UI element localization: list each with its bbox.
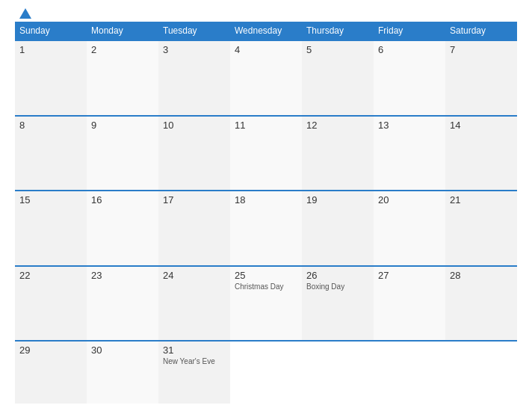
calendar-cell: 9 (87, 116, 158, 191)
day-number: 29 (19, 344, 82, 356)
calendar-cell (230, 341, 302, 404)
calendar-cell (302, 341, 374, 404)
calendar-cell: 12 (302, 116, 374, 191)
calendar-cell: 27 (374, 266, 445, 342)
day-number: 6 (378, 44, 441, 55)
day-number: 5 (306, 44, 369, 55)
calendar-cell: 25Christmas Day (230, 266, 302, 342)
day-number: 16 (91, 194, 154, 206)
logo-triangle-icon (19, 8, 31, 19)
week-row-4: 22232425Christmas Day26Boxing Day2728 (15, 266, 517, 342)
day-number: 8 (19, 120, 82, 131)
week-row-1: 1234567 (15, 40, 517, 116)
day-number: 19 (306, 194, 369, 206)
day-number: 3 (163, 44, 226, 55)
logo (18, 7, 33, 19)
calendar-cell: 4 (230, 40, 302, 116)
calendar-cell: 30 (87, 341, 158, 404)
calendar-cell: 11 (230, 116, 302, 191)
calendar-cell: 18 (230, 191, 302, 266)
calendar-cell: 6 (374, 40, 445, 116)
calendar-cell: 13 (374, 116, 445, 191)
calendar-cell: 23 (87, 266, 158, 342)
day-number: 22 (19, 270, 82, 281)
day-number: 26 (306, 270, 369, 281)
calendar-cell: 10 (158, 116, 230, 191)
col-header-friday: Friday (374, 22, 445, 40)
calendar-cell: 24 (158, 266, 230, 342)
calendar-header (15, 7, 517, 19)
day-number: 13 (378, 120, 441, 131)
day-number: 21 (450, 194, 513, 206)
day-number: 10 (163, 120, 226, 131)
calendar-table: SundayMondayTuesdayWednesdayThursdayFrid… (15, 22, 517, 404)
day-number: 12 (306, 120, 369, 131)
calendar-cell: 14 (445, 116, 517, 191)
calendar-cell: 16 (87, 191, 158, 266)
day-number: 2 (91, 44, 154, 55)
day-number: 4 (235, 44, 297, 55)
calendar-cell: 31New Year's Eve (158, 341, 230, 404)
week-row-2: 891011121314 (15, 116, 517, 191)
calendar-cell (445, 341, 517, 404)
day-number: 7 (450, 44, 513, 55)
calendar-cell: 7 (445, 40, 517, 116)
col-header-thursday: Thursday (302, 22, 374, 40)
calendar-cell: 1 (15, 40, 87, 116)
day-number: 24 (163, 270, 226, 281)
col-header-monday: Monday (87, 22, 158, 40)
week-row-3: 15161718192021 (15, 191, 517, 266)
day-number: 25 (235, 270, 297, 281)
day-number: 9 (91, 120, 154, 131)
week-row-5: 293031New Year's Eve (15, 341, 517, 404)
calendar-cell: 15 (15, 191, 87, 266)
day-number: 28 (450, 270, 513, 281)
calendar-cell: 3 (158, 40, 230, 116)
calendar-cell: 28 (445, 266, 517, 342)
day-number: 11 (235, 120, 297, 131)
col-header-wednesday: Wednesday (230, 22, 302, 40)
calendar-cell: 8 (15, 116, 87, 191)
calendar-cell: 26Boxing Day (302, 266, 374, 342)
calendar-cell: 22 (15, 266, 87, 342)
day-number: 14 (450, 120, 513, 131)
day-number: 27 (378, 270, 441, 281)
day-number: 30 (91, 344, 154, 356)
calendar-cell: 2 (87, 40, 158, 116)
calendar-cell: 29 (15, 341, 87, 404)
calendar-cell: 19 (302, 191, 374, 266)
calendar-cell: 17 (158, 191, 230, 266)
day-number: 15 (19, 194, 82, 206)
calendar-cell: 5 (302, 40, 374, 116)
calendar-cell (374, 341, 445, 404)
col-header-saturday: Saturday (445, 22, 517, 40)
col-header-sunday: Sunday (15, 22, 87, 40)
holiday-label: Boxing Day (306, 282, 369, 291)
day-number: 23 (91, 270, 154, 281)
holiday-label: Christmas Day (235, 282, 297, 291)
col-header-tuesday: Tuesday (158, 22, 230, 40)
day-number: 31 (163, 344, 226, 356)
day-number: 17 (163, 194, 226, 206)
calendar-cell: 21 (445, 191, 517, 266)
holiday-label: New Year's Eve (163, 357, 226, 365)
day-number: 20 (378, 194, 441, 206)
calendar-header-row: SundayMondayTuesdayWednesdayThursdayFrid… (15, 22, 517, 40)
calendar-cell: 20 (374, 191, 445, 266)
day-number: 1 (19, 44, 82, 55)
day-number: 18 (235, 194, 297, 206)
